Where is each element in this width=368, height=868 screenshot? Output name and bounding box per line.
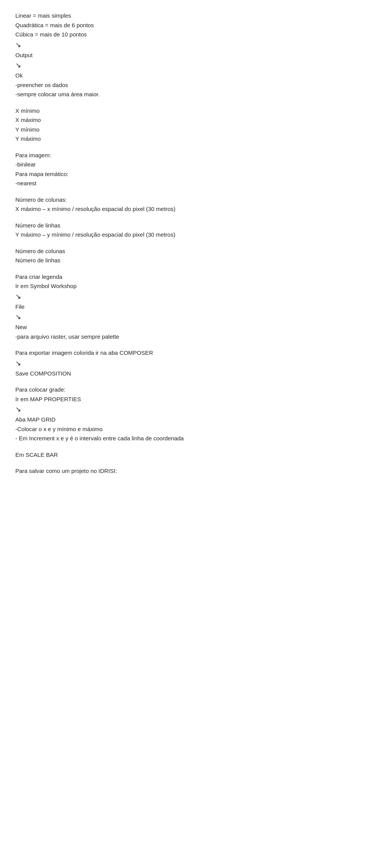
text-file: File [15, 303, 353, 311]
gap-2 [15, 144, 353, 151]
arrow-2: ↘ [15, 60, 353, 71]
text-line-3: Cúbica = mais de 10 pontos [15, 30, 353, 39]
text-new: New [15, 323, 353, 332]
text-para-mapa: Para mapa temático: [15, 170, 353, 179]
arrow-5: ↘ [15, 358, 353, 369]
text-preencher: -preencher os dados [15, 81, 353, 90]
gap-3 [15, 189, 353, 196]
text-increment: - Em Increment x e y é o intervalo entre… [15, 434, 353, 443]
gap-5 [15, 240, 353, 247]
text-save-composition: Save COMPOSITION [15, 369, 353, 378]
gap-7 [15, 342, 353, 349]
text-num-colunas-formula: X máximo – x mínimo / resolução espacial… [15, 205, 353, 214]
gap-1 [15, 100, 353, 107]
text-output: Output [15, 51, 353, 60]
text-line-1: Linear = mais simples [15, 12, 353, 20]
text-scale-bar: Em SCALE BAR [15, 451, 353, 460]
main-content: Linear = mais simples Quadrática = mais … [15, 12, 353, 476]
text-colocar-grade: Para colocar grade: [15, 385, 353, 394]
gap-9 [15, 444, 353, 451]
gap-6 [15, 266, 353, 273]
gap-4 [15, 214, 353, 221]
text-criar-legenda: Para criar legenda [15, 273, 353, 282]
text-num-linhas-formula: Y máximo – y mínimo / resolução espacial… [15, 231, 353, 239]
gap-10 [15, 460, 353, 467]
text-num-colunas-label: Número de colunas: [15, 196, 353, 204]
text-symbol-workshop: Ir em Symbol Workshop [15, 282, 353, 291]
text-map-grid: Aba MAP GRID [15, 415, 353, 424]
text-para-imagem: Para imagem: [15, 151, 353, 160]
text-x-max: X máximo [15, 116, 353, 125]
text-y-min: Y mínimo [15, 125, 353, 134]
text-y-max: Y máximo [15, 135, 353, 143]
text-palette: -para arquivo raster, usar sempre palett… [15, 333, 353, 341]
text-line-2: Quadrática = mais de 6 pontos [15, 21, 353, 30]
text-nearest: -nearest [15, 179, 353, 188]
text-area: -sempre colocar uma área maior. [15, 90, 353, 99]
arrow-1: ↘ [15, 40, 353, 50]
arrow-4: ↘ [15, 312, 353, 322]
text-ok: Ok [15, 71, 353, 80]
text-num-linhas-2: Número de linhas [15, 256, 353, 265]
arrow-6: ↘ [15, 404, 353, 415]
text-salvar-projeto: Para salvar como um projeto no IDRISI: [15, 467, 353, 476]
text-colocar-xy: -Colocar o x e y mínimo e máximo [15, 425, 353, 434]
arrow-3: ↘ [15, 292, 353, 302]
text-binilear: -binilear [15, 160, 353, 169]
text-num-linhas-label: Número de linhas [15, 221, 353, 230]
text-map-properties: Ir em MAP PROPERTIES [15, 395, 353, 404]
text-exportar: Para exportar imagem colorida ir na aba … [15, 349, 353, 357]
text-x-min: X mínimo [15, 107, 353, 115]
gap-8 [15, 379, 353, 385]
text-num-colunas-2: Número de colunas [15, 247, 353, 256]
